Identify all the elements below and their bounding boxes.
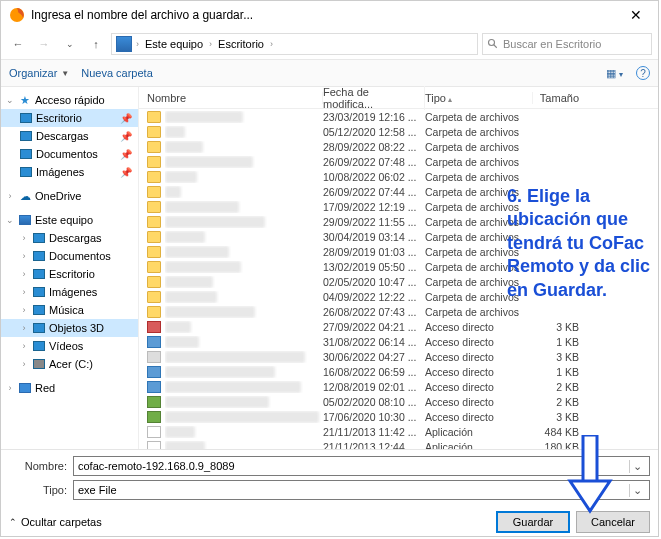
file-name	[165, 441, 323, 450]
file-icon	[147, 441, 161, 450]
tree-item-videos[interactable]: ›Vídeos	[1, 337, 138, 355]
tree-this-pc[interactable]: ⌄ Este equipo	[1, 211, 138, 229]
search-input[interactable]: Buscar en Escritorio	[482, 33, 652, 55]
file-row[interactable]: 16/08/2022 06:59 ...Acceso directo1 KB	[139, 364, 658, 379]
file-date: 05/02/2020 08:10 ...	[323, 396, 425, 408]
file-row[interactable]: 23/03/2019 12:16 ...Carpeta de archivos	[139, 109, 658, 124]
folder-icon	[147, 261, 161, 273]
tree-item-desktop[interactable]: ›Escritorio	[1, 265, 138, 283]
dropdown-icon[interactable]: ⌄	[629, 484, 645, 497]
file-row[interactable]: 26/09/2022 07:48 ...Carpeta de archivos	[139, 154, 658, 169]
save-button[interactable]: Guardar	[496, 511, 570, 533]
file-name	[165, 291, 323, 303]
folder-icon	[147, 186, 161, 198]
file-row[interactable]: 10/08/2022 06:02 ...Carpeta de archivos	[139, 169, 658, 184]
disk-icon	[32, 357, 46, 371]
svg-rect-3	[583, 435, 597, 483]
breadcrumb-current[interactable]: Escritorio	[216, 38, 266, 50]
column-headers[interactable]: Nombre Fecha de modifica... Tipo▴ Tamaño	[139, 87, 658, 109]
col-type[interactable]: Tipo▴	[425, 92, 533, 104]
file-size: 1 KB	[533, 336, 589, 348]
file-date: 23/03/2019 12:16 ...	[323, 111, 425, 123]
folder-icon	[147, 291, 161, 303]
tree-item-pictures[interactable]: ›Imágenes	[1, 283, 138, 301]
file-size: 3 KB	[533, 351, 589, 363]
file-name	[165, 201, 323, 213]
forward-button[interactable]: →	[33, 33, 55, 55]
tree-item-music[interactable]: ›Música	[1, 301, 138, 319]
tree-item-documents[interactable]: Documentos📌	[1, 145, 138, 163]
address-bar[interactable]: › Este equipo › Escritorio ›	[111, 33, 478, 55]
collapse-icon[interactable]: ⌄	[5, 95, 15, 105]
expand-icon[interactable]: ›	[19, 359, 29, 369]
expand-icon[interactable]: ›	[19, 287, 29, 297]
sort-asc-icon: ▴	[448, 95, 452, 104]
file-row[interactable]: 28/09/2022 08:22 ...Carpeta de archivos	[139, 139, 658, 154]
filename-input[interactable]: cofac-remoto-192.168.0.9_8089⌄	[73, 456, 650, 476]
tree-item-downloads[interactable]: Descargas📌	[1, 127, 138, 145]
tree-network[interactable]: › Red	[1, 379, 138, 397]
expand-icon[interactable]: ›	[19, 269, 29, 279]
expand-icon[interactable]: ›	[19, 251, 29, 261]
file-name	[165, 396, 323, 408]
file-size: 2 KB	[533, 381, 589, 393]
file-row[interactable]: 30/06/2022 04:27 ...Acceso directo3 KB	[139, 349, 658, 364]
expand-icon[interactable]: ›	[19, 341, 29, 351]
hide-folders-button[interactable]: ⌃ Ocultar carpetas	[9, 516, 102, 528]
chevron-right-icon: ›	[209, 39, 212, 49]
folder-icon	[147, 246, 161, 258]
back-button[interactable]: ←	[7, 33, 29, 55]
expand-icon[interactable]: ›	[19, 233, 29, 243]
expand-icon[interactable]: ›	[5, 191, 15, 201]
collapse-icon[interactable]: ⌄	[5, 215, 15, 225]
tree-onedrive[interactable]: › ☁ OneDrive	[1, 187, 138, 205]
organize-button[interactable]: Organizar ▼	[9, 67, 69, 79]
file-type: Acceso directo	[425, 366, 533, 378]
filetype-label: Tipo:	[9, 484, 67, 496]
folder-icon	[147, 141, 161, 153]
nav-tree[interactable]: ⌄ ★ Acceso rápido Escritorio📌Descargas📌D…	[1, 87, 139, 449]
file-row[interactable]: 17/06/2020 10:30 ...Acceso directo3 KB	[139, 409, 658, 424]
col-size[interactable]: Tamaño	[533, 92, 589, 104]
tree-item-pictures[interactable]: Imágenes📌	[1, 163, 138, 181]
file-type: Aplicación	[425, 441, 533, 450]
view-options-button[interactable]: ▦ ▾	[606, 67, 624, 80]
tree-item-documents[interactable]: ›Documentos	[1, 247, 138, 265]
expand-icon[interactable]: ›	[19, 323, 29, 333]
tree-item-desktop[interactable]: Escritorio📌	[1, 109, 138, 127]
breadcrumb-root[interactable]: Este equipo	[143, 38, 205, 50]
col-date[interactable]: Fecha de modifica...	[323, 86, 425, 110]
tree-item-downloads[interactable]: ›Descargas	[1, 229, 138, 247]
file-name	[165, 321, 323, 333]
file-name	[165, 246, 323, 258]
tree-item-objects3d[interactable]: ›Objetos 3D	[1, 319, 138, 337]
file-name	[165, 171, 323, 183]
cloud-icon: ☁	[18, 189, 32, 203]
tree-item-disk[interactable]: ›Acer (C:)	[1, 355, 138, 373]
file-type: Aplicación	[425, 426, 533, 438]
file-name	[165, 261, 323, 273]
close-icon[interactable]: ✕	[622, 7, 650, 23]
dropdown-icon[interactable]: ⌄	[629, 460, 645, 473]
col-name[interactable]: Nombre	[147, 92, 323, 104]
file-row[interactable]: 27/09/2022 04:21 ...Acceso directo3 KB	[139, 319, 658, 334]
file-row[interactable]: 31/08/2022 06:14 ...Acceso directo1 KB	[139, 334, 658, 349]
filetype-select[interactable]: exe File⌄	[73, 480, 650, 500]
filetype-row: Tipo: exe File⌄	[9, 478, 650, 502]
pc-icon	[18, 213, 32, 227]
expand-icon[interactable]: ›	[5, 383, 15, 393]
file-row[interactable]: 12/08/2019 02:01 ...Acceso directo2 KB	[139, 379, 658, 394]
titlebar: Ingresa el nombre del archivo a guardar.…	[1, 1, 658, 29]
expand-icon[interactable]: ›	[19, 305, 29, 315]
file-row[interactable]: 26/08/2022 07:43 ...Carpeta de archivos	[139, 304, 658, 319]
recent-dropdown[interactable]: ⌄	[59, 33, 81, 55]
up-button[interactable]: ↑	[85, 33, 107, 55]
file-date: 17/09/2022 12:19 ...	[323, 201, 425, 213]
file-size: 1 KB	[533, 366, 589, 378]
tree-quick-access[interactable]: ⌄ ★ Acceso rápido	[1, 91, 138, 109]
file-row[interactable]: 05/02/2020 08:10 ...Acceso directo2 KB	[139, 394, 658, 409]
pin-icon: 📌	[120, 131, 132, 142]
new-folder-button[interactable]: Nueva carpeta	[81, 67, 153, 79]
help-button[interactable]: ?	[636, 66, 650, 80]
file-row[interactable]: 05/12/2020 12:58 ...Carpeta de archivos	[139, 124, 658, 139]
